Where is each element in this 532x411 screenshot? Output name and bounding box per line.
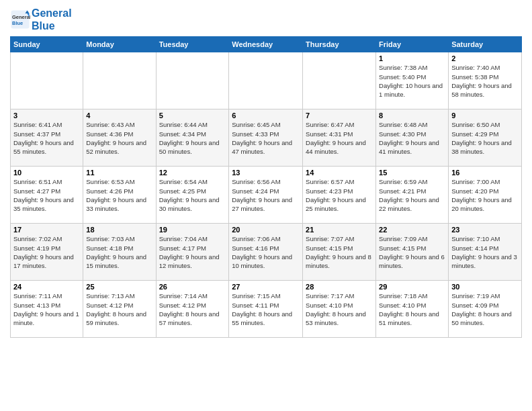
logo-general: General bbox=[32, 7, 72, 19]
day-info: Sunrise: 6:47 AM Sunset: 4:31 PM Dayligh… bbox=[306, 120, 373, 156]
day-number: 23 bbox=[451, 226, 519, 234]
calendar-cell: 23Sunrise: 7:10 AM Sunset: 4:14 PM Dayli… bbox=[449, 224, 522, 281]
logo: General Blue General Blue bbox=[10, 7, 72, 32]
day-number: 12 bbox=[159, 169, 226, 177]
calendar-cell: 5Sunrise: 6:44 AM Sunset: 4:34 PM Daylig… bbox=[156, 109, 229, 167]
day-info: Sunrise: 6:48 AM Sunset: 4:30 PM Dayligh… bbox=[379, 120, 445, 156]
day-number: 19 bbox=[159, 226, 226, 234]
day-info: Sunrise: 6:45 AM Sunset: 4:33 PM Dayligh… bbox=[232, 120, 300, 156]
calendar-week-row: 3Sunrise: 6:41 AM Sunset: 4:37 PM Daylig… bbox=[11, 109, 522, 167]
header: General Blue General Blue bbox=[10, 7, 522, 32]
calendar-cell bbox=[156, 52, 229, 109]
calendar-cell: 11Sunrise: 6:53 AM Sunset: 4:26 PM Dayli… bbox=[83, 167, 156, 224]
day-info: Sunrise: 6:57 AM Sunset: 4:23 PM Dayligh… bbox=[306, 177, 373, 213]
day-info: Sunrise: 7:04 AM Sunset: 4:17 PM Dayligh… bbox=[159, 234, 226, 270]
day-number: 4 bbox=[86, 111, 152, 120]
day-info: Sunrise: 6:41 AM Sunset: 4:37 PM Dayligh… bbox=[13, 120, 80, 156]
day-info: Sunrise: 7:14 AM Sunset: 4:12 PM Dayligh… bbox=[159, 291, 226, 327]
calendar-cell: 26Sunrise: 7:14 AM Sunset: 4:12 PM Dayli… bbox=[156, 281, 229, 338]
calendar-cell: 18Sunrise: 7:03 AM Sunset: 4:18 PM Dayli… bbox=[83, 224, 156, 281]
day-number: 22 bbox=[379, 226, 445, 234]
calendar-cell bbox=[303, 52, 376, 109]
calendar-cell: 16Sunrise: 7:00 AM Sunset: 4:20 PM Dayli… bbox=[449, 167, 522, 224]
weekday-header: Friday bbox=[376, 37, 449, 52]
day-number: 14 bbox=[306, 169, 373, 177]
day-number: 13 bbox=[232, 169, 300, 177]
weekday-header: Sunday bbox=[11, 37, 83, 52]
day-number: 28 bbox=[306, 283, 373, 291]
calendar-cell: 28Sunrise: 7:17 AM Sunset: 4:10 PM Dayli… bbox=[303, 281, 376, 338]
day-number: 25 bbox=[86, 283, 152, 291]
day-info: Sunrise: 7:00 AM Sunset: 4:20 PM Dayligh… bbox=[451, 177, 519, 213]
calendar-week-row: 24Sunrise: 7:11 AM Sunset: 4:13 PM Dayli… bbox=[11, 281, 522, 338]
day-number: 1 bbox=[379, 54, 445, 62]
calendar-week-row: 1Sunrise: 7:38 AM Sunset: 5:40 PM Daylig… bbox=[11, 52, 522, 109]
day-info: Sunrise: 7:07 AM Sunset: 4:15 PM Dayligh… bbox=[306, 234, 373, 270]
day-number: 18 bbox=[86, 226, 152, 234]
calendar-cell: 8Sunrise: 6:48 AM Sunset: 4:30 PM Daylig… bbox=[376, 109, 449, 167]
day-number: 7 bbox=[306, 111, 373, 120]
day-info: Sunrise: 7:13 AM Sunset: 4:12 PM Dayligh… bbox=[86, 291, 152, 327]
day-number: 2 bbox=[451, 54, 519, 62]
day-info: Sunrise: 7:18 AM Sunset: 4:10 PM Dayligh… bbox=[379, 291, 445, 327]
day-number: 30 bbox=[451, 283, 519, 291]
day-number: 29 bbox=[379, 283, 445, 291]
calendar-cell: 27Sunrise: 7:15 AM Sunset: 4:11 PM Dayli… bbox=[229, 281, 303, 338]
day-number: 3 bbox=[13, 111, 80, 120]
calendar-cell: 21Sunrise: 7:07 AM Sunset: 4:15 PM Dayli… bbox=[303, 224, 376, 281]
calendar-cell: 7Sunrise: 6:47 AM Sunset: 4:31 PM Daylig… bbox=[303, 109, 376, 167]
day-number: 11 bbox=[86, 169, 152, 177]
day-info: Sunrise: 7:38 AM Sunset: 5:40 PM Dayligh… bbox=[379, 63, 445, 99]
day-number: 5 bbox=[159, 111, 226, 120]
day-info: Sunrise: 6:56 AM Sunset: 4:24 PM Dayligh… bbox=[232, 177, 300, 213]
calendar-cell: 6Sunrise: 6:45 AM Sunset: 4:33 PM Daylig… bbox=[229, 109, 303, 167]
calendar-table: SundayMondayTuesdayWednesdayThursdayFrid… bbox=[10, 36, 522, 338]
day-number: 24 bbox=[13, 283, 80, 291]
day-number: 10 bbox=[13, 169, 80, 177]
day-info: Sunrise: 6:44 AM Sunset: 4:34 PM Dayligh… bbox=[159, 120, 226, 156]
calendar-cell bbox=[229, 52, 303, 109]
calendar-week-row: 17Sunrise: 7:02 AM Sunset: 4:19 PM Dayli… bbox=[11, 224, 522, 281]
day-info: Sunrise: 7:06 AM Sunset: 4:16 PM Dayligh… bbox=[232, 234, 300, 270]
day-info: Sunrise: 6:50 AM Sunset: 4:29 PM Dayligh… bbox=[451, 120, 519, 156]
calendar-cell: 13Sunrise: 6:56 AM Sunset: 4:24 PM Dayli… bbox=[229, 167, 303, 224]
calendar-cell: 4Sunrise: 6:43 AM Sunset: 4:36 PM Daylig… bbox=[83, 109, 156, 167]
calendar-cell: 14Sunrise: 6:57 AM Sunset: 4:23 PM Dayli… bbox=[303, 167, 376, 224]
calendar-cell: 10Sunrise: 6:51 AM Sunset: 4:27 PM Dayli… bbox=[11, 167, 83, 224]
day-number: 20 bbox=[232, 226, 300, 234]
day-info: Sunrise: 6:53 AM Sunset: 4:26 PM Dayligh… bbox=[86, 177, 152, 213]
day-info: Sunrise: 7:09 AM Sunset: 4:15 PM Dayligh… bbox=[379, 234, 445, 270]
calendar-cell: 17Sunrise: 7:02 AM Sunset: 4:19 PM Dayli… bbox=[11, 224, 83, 281]
calendar-cell: 30Sunrise: 7:19 AM Sunset: 4:09 PM Dayli… bbox=[449, 281, 522, 338]
calendar-cell: 15Sunrise: 6:59 AM Sunset: 4:21 PM Dayli… bbox=[376, 167, 449, 224]
day-info: Sunrise: 6:43 AM Sunset: 4:36 PM Dayligh… bbox=[86, 120, 152, 156]
day-info: Sunrise: 7:02 AM Sunset: 4:19 PM Dayligh… bbox=[13, 234, 80, 270]
day-number: 27 bbox=[232, 283, 300, 291]
calendar-cell: 25Sunrise: 7:13 AM Sunset: 4:12 PM Dayli… bbox=[83, 281, 156, 338]
day-number: 16 bbox=[451, 169, 519, 177]
day-info: Sunrise: 7:10 AM Sunset: 4:14 PM Dayligh… bbox=[451, 234, 519, 270]
day-info: Sunrise: 6:59 AM Sunset: 4:21 PM Dayligh… bbox=[379, 177, 445, 213]
day-info: Sunrise: 7:11 AM Sunset: 4:13 PM Dayligh… bbox=[13, 291, 80, 327]
weekday-header: Saturday bbox=[449, 37, 522, 52]
day-info: Sunrise: 7:15 AM Sunset: 4:11 PM Dayligh… bbox=[232, 291, 300, 327]
day-info: Sunrise: 7:17 AM Sunset: 4:10 PM Dayligh… bbox=[306, 291, 373, 327]
day-info: Sunrise: 7:40 AM Sunset: 5:38 PM Dayligh… bbox=[451, 63, 519, 99]
day-number: 9 bbox=[451, 111, 519, 120]
day-number: 21 bbox=[306, 226, 373, 234]
calendar-cell: 22Sunrise: 7:09 AM Sunset: 4:15 PM Dayli… bbox=[376, 224, 449, 281]
day-number: 17 bbox=[13, 226, 80, 234]
day-number: 26 bbox=[159, 283, 226, 291]
weekday-header: Monday bbox=[83, 37, 156, 52]
calendar-cell: 19Sunrise: 7:04 AM Sunset: 4:17 PM Dayli… bbox=[156, 224, 229, 281]
calendar-week-row: 10Sunrise: 6:51 AM Sunset: 4:27 PM Dayli… bbox=[11, 167, 522, 224]
calendar-cell bbox=[11, 52, 83, 109]
svg-text:General: General bbox=[12, 14, 30, 20]
weekday-header-row: SundayMondayTuesdayWednesdayThursdayFrid… bbox=[11, 37, 522, 52]
calendar-cell: 29Sunrise: 7:18 AM Sunset: 4:10 PM Dayli… bbox=[376, 281, 449, 338]
weekday-header: Thursday bbox=[303, 37, 376, 52]
day-info: Sunrise: 6:54 AM Sunset: 4:25 PM Dayligh… bbox=[159, 177, 226, 213]
calendar-cell bbox=[83, 52, 156, 109]
weekday-header: Tuesday bbox=[156, 37, 229, 52]
day-info: Sunrise: 7:19 AM Sunset: 4:09 PM Dayligh… bbox=[451, 291, 519, 327]
